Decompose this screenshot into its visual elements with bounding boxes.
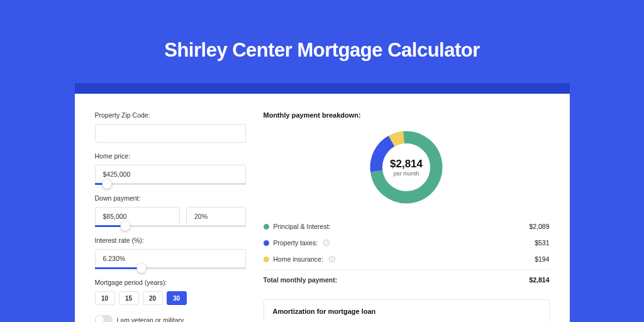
- home-price-label: Home price:: [95, 152, 246, 160]
- amortization-box: Amortization for mortgage loan Amortizat…: [264, 299, 550, 322]
- period-label: Mortgage period (years):: [95, 279, 246, 286]
- down-payment-input[interactable]: [95, 207, 180, 226]
- slider-thumb[interactable]: [102, 179, 111, 189]
- page-title: Shirley Center Mortgage Calculator: [164, 39, 480, 62]
- period-btn-30[interactable]: 30: [167, 291, 187, 305]
- legend-label: Property taxes:: [274, 239, 318, 247]
- down-payment-slider[interactable]: [95, 225, 246, 227]
- legend: Principal & Interest:$2,089Property taxe…: [264, 218, 550, 267]
- legend-dot: [264, 257, 269, 262]
- card-shadow: Property Zip Code: Home price: Down paym…: [75, 83, 570, 322]
- period-btn-20[interactable]: 20: [143, 291, 163, 305]
- zip-label: Property Zip Code:: [95, 111, 246, 119]
- veteran-row: I am veteran or military: [95, 315, 246, 322]
- legend-dot: [264, 240, 269, 246]
- period-buttons: 10152030: [95, 291, 246, 305]
- veteran-label: I am veteran or military: [117, 316, 184, 323]
- toggle-knob: [96, 316, 104, 322]
- veteran-toggle[interactable]: [95, 315, 113, 322]
- zip-input[interactable]: [95, 124, 246, 143]
- amortization-title: Amortization for mortgage loan: [273, 308, 540, 315]
- period-btn-15[interactable]: 15: [119, 291, 139, 305]
- legend-label: Home insurance:: [274, 255, 323, 263]
- legend-row: Principal & Interest:$2,089: [264, 218, 550, 235]
- legend-row: Property taxes:?$531: [264, 235, 550, 251]
- slider-thumb[interactable]: [120, 221, 130, 231]
- period-btn-10[interactable]: 10: [95, 291, 115, 305]
- home-price-slider[interactable]: [95, 183, 246, 185]
- donut-chart: $2,814 per month: [264, 128, 550, 207]
- breakdown-title: Monthly payment breakdown:: [264, 111, 550, 119]
- home-price-field: Home price:: [95, 152, 246, 185]
- down-payment-field: Down payment:: [95, 194, 246, 227]
- interest-label: Interest rate (%):: [95, 236, 246, 244]
- breakdown-panel: Monthly payment breakdown: $2,814 per mo…: [264, 111, 550, 322]
- donut-sub: per month: [390, 170, 423, 177]
- total-label: Total monthly payment:: [264, 276, 338, 284]
- legend-label: Principal & Interest:: [274, 223, 331, 230]
- interest-slider[interactable]: [95, 267, 246, 269]
- down-payment-label: Down payment:: [95, 194, 246, 202]
- interest-input[interactable]: [95, 249, 246, 268]
- slider-thumb[interactable]: [136, 264, 146, 273]
- legend-value: $194: [535, 255, 549, 263]
- info-icon[interactable]: ?: [329, 256, 335, 262]
- info-icon[interactable]: ?: [323, 240, 330, 246]
- legend-value: $2,089: [529, 223, 549, 230]
- donut-amount: $2,814: [390, 158, 423, 170]
- donut-center: $2,814 per month: [390, 158, 423, 177]
- legend-dot: [264, 224, 269, 230]
- zip-field: Property Zip Code:: [95, 111, 246, 143]
- home-price-input[interactable]: [95, 165, 246, 184]
- down-payment-pct-input[interactable]: [186, 207, 245, 226]
- total-row: Total monthly payment: $2,814: [264, 269, 550, 288]
- total-value: $2,814: [529, 276, 549, 284]
- calculator-card: Property Zip Code: Home price: Down paym…: [75, 94, 570, 322]
- legend-row: Home insurance:?$194: [264, 251, 550, 267]
- period-field: Mortgage period (years): 10152030: [95, 279, 246, 305]
- form-panel: Property Zip Code: Home price: Down paym…: [95, 111, 246, 322]
- legend-value: $531: [535, 239, 549, 247]
- interest-field: Interest rate (%):: [95, 236, 246, 269]
